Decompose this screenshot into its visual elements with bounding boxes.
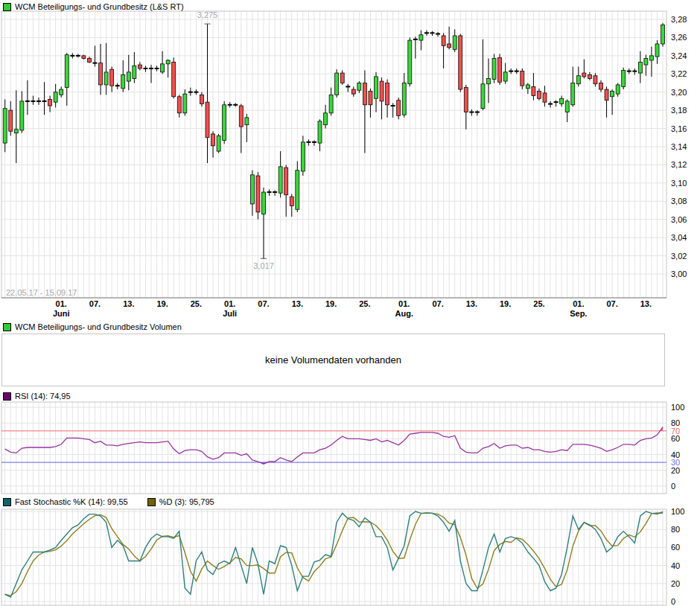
svg-text:13.: 13. <box>123 299 134 308</box>
svg-text:3,16: 3,16 <box>671 124 687 133</box>
svg-text:Sep.: Sep. <box>570 309 587 318</box>
main-chart-legend: WCM Beteiligungs- und Grundbesitz (L&S R… <box>3 2 184 11</box>
svg-text:19.: 19. <box>325 299 337 308</box>
svg-text:20: 20 <box>671 579 680 588</box>
svg-text:13.: 13. <box>466 299 477 308</box>
svg-text:3,04: 3,04 <box>671 233 687 242</box>
stochastic-k-swatch-icon <box>3 498 11 506</box>
stochastic-d-swatch-icon <box>147 498 156 506</box>
svg-text:01.: 01. <box>398 299 410 308</box>
svg-text:3,02: 3,02 <box>671 252 687 261</box>
svg-text:07.: 07. <box>89 299 101 308</box>
svg-text:19.: 19. <box>156 299 168 308</box>
svg-text:0: 0 <box>671 597 675 606</box>
svg-text:3,06: 3,06 <box>671 215 687 224</box>
svg-text:07.: 07. <box>432 299 443 308</box>
svg-text:40: 40 <box>671 561 680 570</box>
volume-title: WCM Beteiligungs- und Grundbesitz Volume… <box>15 322 182 331</box>
svg-text:25.: 25. <box>191 299 202 308</box>
stochastic-legend: Fast Stochastic %K (14): 99,55 %D (3): 9… <box>3 497 214 506</box>
svg-text:3,00: 3,00 <box>671 269 687 278</box>
svg-text:3,017: 3,017 <box>253 261 274 270</box>
svg-text:60: 60 <box>671 543 680 552</box>
svg-text:07.: 07. <box>258 299 269 308</box>
svg-text:100: 100 <box>671 507 684 516</box>
main-legend-swatch-icon <box>3 3 11 11</box>
volume-legend-swatch-icon <box>3 323 11 331</box>
volume-legend: WCM Beteiligungs- und Grundbesitz Volume… <box>3 322 182 331</box>
svg-text:Juli: Juli <box>223 309 237 318</box>
svg-text:3,18: 3,18 <box>671 106 687 115</box>
volume-empty-message: keine Volumendaten vorhanden <box>265 354 401 366</box>
svg-text:100: 100 <box>671 403 684 412</box>
svg-text:3,24: 3,24 <box>671 51 687 60</box>
svg-text:60: 60 <box>671 434 680 443</box>
svg-text:3,22: 3,22 <box>671 69 687 78</box>
svg-text:01.: 01. <box>573 299 584 308</box>
stochastic-k-legend: Fast Stochastic %K (14): 99,55 <box>3 497 128 506</box>
stochastic-k-title: Fast Stochastic %K (14): 99,55 <box>15 497 128 506</box>
svg-text:3,12: 3,12 <box>671 160 687 169</box>
svg-text:0: 0 <box>671 482 675 491</box>
svg-text:3,26: 3,26 <box>671 33 687 42</box>
svg-text:3,28: 3,28 <box>671 15 687 24</box>
svg-text:25.: 25. <box>533 299 544 308</box>
stochastic-d-legend: %D (3): 95,795 <box>147 497 214 506</box>
svg-text:3,08: 3,08 <box>671 197 687 205</box>
svg-text:Juni: Juni <box>53 309 70 318</box>
svg-text:Aug.: Aug. <box>395 309 413 318</box>
svg-text:3,10: 3,10 <box>671 179 687 188</box>
rsi-legend-swatch-icon <box>3 392 11 401</box>
svg-text:13.: 13. <box>640 299 652 308</box>
svg-text:80: 80 <box>671 525 680 534</box>
rsi-legend: RSI (14): 74,95 <box>3 392 71 401</box>
svg-text:07.: 07. <box>606 299 617 308</box>
rsi-title: RSI (14): 74,95 <box>15 392 71 401</box>
volume-panel: keine Volumendaten vorhanden <box>1 334 665 386</box>
main-chart-title: WCM Beteiligungs- und Grundbesitz (L&S R… <box>15 2 184 11</box>
svg-text:20: 20 <box>671 466 680 475</box>
svg-text:19.: 19. <box>500 299 511 308</box>
svg-text:13.: 13. <box>292 299 303 308</box>
stock-chart-page: 3,2753,0173,283,263,243,223,203,183,163,… <box>0 0 700 606</box>
svg-text:3,14: 3,14 <box>671 142 687 151</box>
charts-canvas[interactable]: 3,2753,0173,283,263,243,223,203,183,163,… <box>0 0 700 606</box>
svg-text:25.: 25. <box>359 299 370 308</box>
svg-text:01.: 01. <box>224 299 235 308</box>
svg-text:01.: 01. <box>56 299 67 308</box>
svg-text:3,20: 3,20 <box>671 88 687 97</box>
svg-text:22.05.17 - 15.09.17: 22.05.17 - 15.09.17 <box>6 288 77 297</box>
stochastic-d-title: %D (3): 95,795 <box>159 497 214 506</box>
svg-text:3,275: 3,275 <box>197 10 218 19</box>
